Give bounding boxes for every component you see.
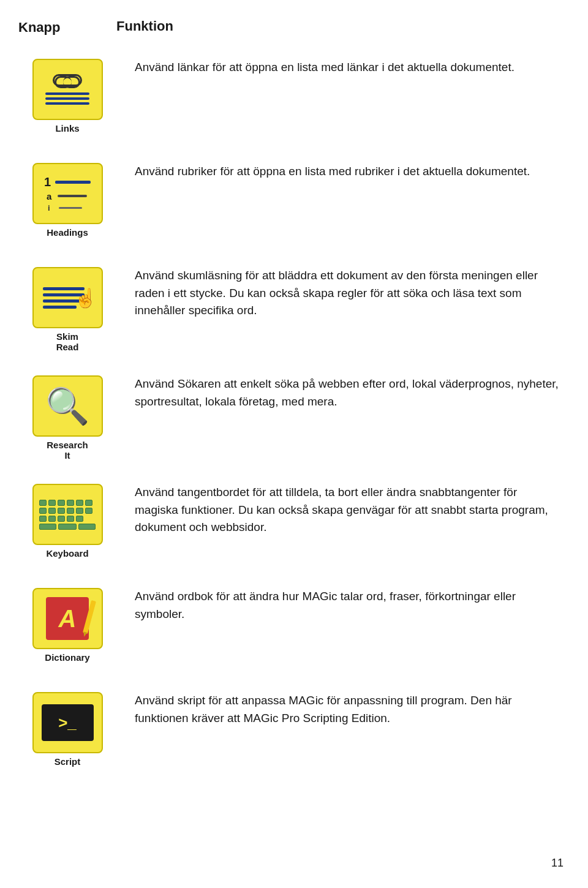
button-cell-script[interactable]: >_ Script xyxy=(18,687,116,767)
button-label-script: Script xyxy=(55,756,81,767)
text-script: Använd skript för att anpassa MAGic för … xyxy=(116,687,564,727)
button-cell-links[interactable]: Links xyxy=(18,54,116,134)
button-label-research: ResearchIt xyxy=(47,440,88,461)
icon-research[interactable]: 🔍 xyxy=(32,375,103,437)
row-keyboard: Keyboard Använd tangentbordet för att ti… xyxy=(18,479,564,565)
icon-keyboard[interactable] xyxy=(32,484,103,545)
icon-dictionary[interactable]: A xyxy=(32,588,103,649)
icon-skimread[interactable]: ☝ xyxy=(32,267,103,328)
text-links: Använd länkar för att öppna en lista med… xyxy=(116,54,564,77)
page-header: Knapp Funktion xyxy=(18,18,564,36)
button-label-skimread: SkimRead xyxy=(56,331,79,352)
button-label-headings: Headings xyxy=(47,227,88,238)
button-label-links: Links xyxy=(55,123,79,134)
rows-container: Links Använd länkar för att öppna en lis… xyxy=(18,54,564,791)
button-cell-dictionary[interactable]: A Dictionary xyxy=(18,583,116,663)
button-label-dictionary: Dictionary xyxy=(45,652,89,663)
button-label-keyboard: Keyboard xyxy=(46,548,88,559)
row-research: 🔍 ResearchIt Använd Sökaren att enkelt s… xyxy=(18,371,564,461)
button-cell-keyboard[interactable]: Keyboard xyxy=(18,479,116,559)
page-number: 11 xyxy=(551,857,564,870)
column-header-funktion: Funktion xyxy=(116,18,564,36)
button-cell-headings[interactable]: 1 a i Headings xyxy=(18,158,116,238)
column-header-knapp: Knapp xyxy=(18,18,116,36)
row-dictionary: A Dictionary Använd ordbok för att ändra… xyxy=(18,583,564,669)
text-dictionary: Använd ordbok för att ändra hur MAGic ta… xyxy=(116,583,564,623)
button-cell-skimread[interactable]: ☝ SkimRead xyxy=(18,262,116,352)
row-skimread: ☝ SkimRead Använd skumläsning för att bl… xyxy=(18,262,564,352)
text-research: Använd Sökaren att enkelt söka på webben… xyxy=(116,371,564,410)
text-headings: Använd rubriker för att öppna en lista m… xyxy=(116,158,564,181)
icon-script[interactable]: >_ xyxy=(32,692,103,753)
button-cell-research[interactable]: 🔍 ResearchIt xyxy=(18,371,116,461)
row-script: >_ Script Använd skript för att anpassa … xyxy=(18,687,564,773)
text-keyboard: Använd tangentbordet för att tilldela, t… xyxy=(116,479,564,536)
icon-links[interactable] xyxy=(32,59,103,120)
row-headings: 1 a i Headings Använd rubriker för att ö… xyxy=(18,158,564,244)
row-links: Links Använd länkar för att öppna en lis… xyxy=(18,54,564,140)
text-skimread: Använd skumläsning för att bläddra ett d… xyxy=(116,262,564,320)
icon-headings[interactable]: 1 a i xyxy=(32,163,103,224)
